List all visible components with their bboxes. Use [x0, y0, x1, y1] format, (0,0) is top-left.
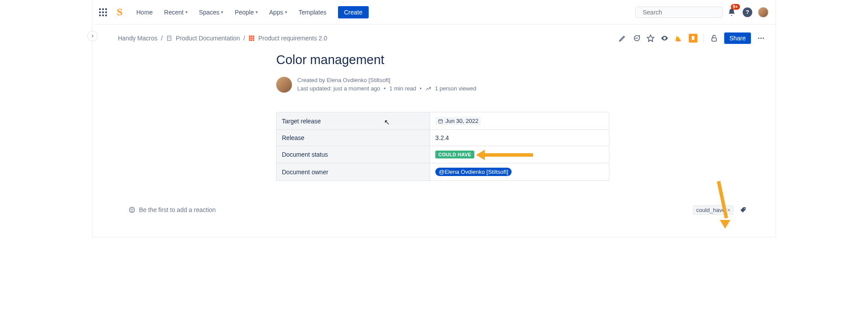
table-row: Target release Jun 30, 2022	[277, 112, 609, 130]
author-avatar[interactable]	[276, 77, 292, 93]
svg-point-18	[758, 38, 759, 39]
label-chip[interactable]: could_have ×	[693, 205, 733, 215]
help-icon: ?	[743, 7, 752, 17]
global-navbar: S Home Recent▾ Spaces▾ People▾ Apps▾ Tem…	[92, 0, 776, 25]
properties-table: Target release Jun 30, 2022 Release 3.2.…	[276, 112, 609, 181]
svg-rect-13	[253, 40, 255, 41]
nav-recent[interactable]: Recent▾	[160, 6, 192, 18]
table-row: Document owner @Elena Ovdienko [Stiltsof…	[277, 163, 609, 181]
watch-button[interactable]	[661, 34, 669, 42]
smiley-plus-icon	[128, 206, 135, 213]
add-label-button[interactable]	[736, 203, 750, 217]
breadcrumb: Handy Macros / Product Documentation / P…	[118, 35, 327, 42]
label-text: could_have	[696, 207, 726, 213]
svg-rect-11	[249, 40, 251, 41]
analytics-icon	[425, 86, 431, 92]
svg-rect-12	[251, 40, 253, 41]
expand-sidebar-button[interactable]	[87, 31, 98, 41]
svg-rect-8	[249, 37, 251, 39]
product-logo[interactable]: S	[114, 6, 126, 18]
bookmark-icon	[690, 36, 696, 41]
release-value: 3.2.4	[430, 130, 609, 146]
svg-rect-17	[711, 38, 716, 41]
table-row: Release 3.2.4	[277, 130, 609, 146]
chevron-down-icon: ▾	[256, 10, 258, 14]
separator-dot: •	[384, 85, 386, 92]
breadcrumb-space[interactable]: Handy Macros	[118, 35, 157, 42]
target-release-label: Target release	[277, 112, 430, 130]
pencil-icon	[619, 34, 626, 42]
svg-point-20	[763, 38, 764, 39]
table-row: Document status COULD HAVE	[277, 146, 609, 163]
document-owner-mention[interactable]: @Elena Ovdienko [Stiltsoft]	[435, 168, 512, 176]
svg-rect-5	[249, 36, 251, 37]
chevron-right-icon	[90, 34, 95, 38]
breadcrumb-current[interactable]: Product requirements 2.0	[249, 35, 327, 42]
nav-templates[interactable]: Templates	[294, 6, 331, 18]
byline: Created by Elena Ovdienko [Stiltsoft] La…	[276, 77, 609, 93]
restrictions-button[interactable]	[710, 34, 718, 42]
add-reaction-button[interactable]: Be the first to add a reaction	[128, 206, 216, 213]
arrow-annotation	[476, 151, 533, 158]
new-badge-icon: NEW	[675, 34, 683, 42]
target-release-value[interactable]: Jun 30, 2022	[435, 117, 481, 125]
tag-icon	[740, 206, 747, 213]
lock-icon	[710, 34, 718, 42]
breadcrumb-parent[interactable]: Product Documentation	[166, 35, 240, 42]
nav-apps[interactable]: Apps▾	[265, 6, 292, 18]
help-button[interactable]: ?	[740, 5, 754, 19]
share-button[interactable]: Share	[724, 32, 751, 44]
nav-spaces[interactable]: Spaces▾	[195, 6, 228, 18]
svg-rect-7	[253, 36, 255, 37]
page-icon	[166, 35, 172, 41]
document-status-badge[interactable]: COULD HAVE	[435, 151, 474, 158]
eye-icon	[661, 34, 669, 42]
svg-point-19	[761, 38, 762, 39]
svg-point-25	[129, 207, 135, 212]
grid-icon	[249, 35, 255, 41]
views-text[interactable]: 1 person viewed	[435, 85, 477, 92]
svg-rect-10	[253, 37, 255, 39]
calendar-icon	[438, 119, 443, 124]
ellipsis-icon	[757, 34, 765, 42]
nav-home[interactable]: Home	[132, 6, 157, 18]
profile-avatar[interactable]	[756, 5, 770, 19]
notification-badge: 9+	[731, 4, 740, 10]
read-time-text: 1 min read	[389, 85, 416, 92]
app-switcher-icon[interactable]	[98, 7, 108, 18]
app-action-1[interactable]: NEW	[675, 34, 683, 42]
nav-people[interactable]: People▾	[230, 6, 262, 18]
edit-button[interactable]	[619, 34, 626, 42]
release-label: Release	[277, 130, 430, 146]
breadcrumb-separator: /	[161, 35, 163, 42]
svg-point-27	[132, 209, 133, 209]
more-actions-button[interactable]	[757, 34, 765, 42]
svg-rect-9	[251, 37, 253, 39]
remove-label-button[interactable]: ×	[727, 207, 730, 213]
create-button[interactable]: Create	[338, 6, 369, 18]
chevron-down-icon: ▾	[285, 10, 287, 14]
search-box[interactable]	[635, 7, 723, 18]
document-owner-label: Document owner	[277, 163, 430, 181]
svg-point-26	[131, 209, 131, 209]
last-updated-text: Last updated: just a moment ago	[297, 85, 380, 92]
svg-rect-6	[251, 36, 253, 37]
divider	[704, 34, 704, 43]
star-button[interactable]	[647, 34, 655, 42]
breadcrumb-separator: /	[243, 35, 245, 42]
svg-rect-21	[439, 119, 443, 123]
chevron-down-icon: ▾	[185, 10, 188, 14]
svg-marker-15	[647, 35, 654, 42]
document-status-label: Document status	[277, 146, 430, 163]
comment-icon	[633, 34, 640, 42]
star-icon	[647, 34, 655, 42]
chevron-down-icon: ▾	[221, 10, 223, 14]
notifications-button[interactable]: 9+	[725, 5, 739, 19]
svg-text:NEW: NEW	[676, 40, 681, 42]
separator-dot: •	[420, 85, 422, 92]
comment-button[interactable]	[633, 34, 640, 42]
search-input[interactable]	[643, 9, 719, 16]
avatar-icon	[758, 7, 768, 18]
app-action-2[interactable]	[689, 34, 697, 43]
created-by-text: Created by Elena Ovdienko [Stiltsoft]	[297, 77, 477, 83]
